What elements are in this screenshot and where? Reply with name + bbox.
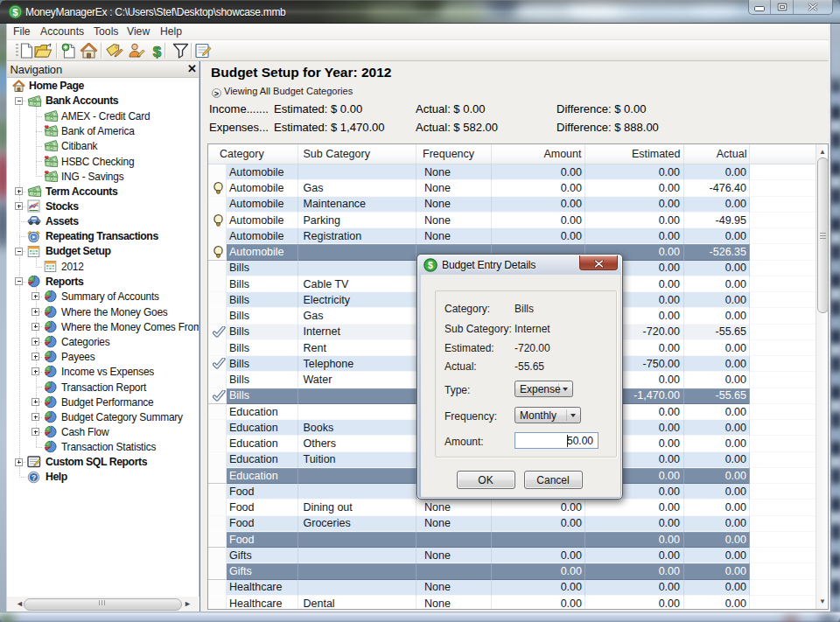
svg-text:$: $ <box>12 7 18 17</box>
svg-text:?: ? <box>32 472 36 481</box>
svg-text:$: $ <box>153 44 162 59</box>
svg-text:$: $ <box>428 260 433 270</box>
